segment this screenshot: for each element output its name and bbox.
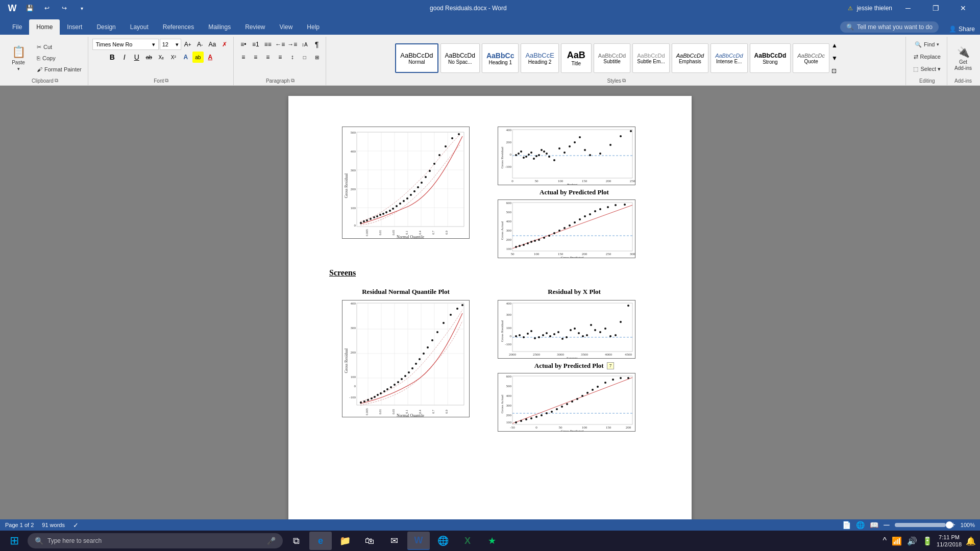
share-button[interactable]: 👤 Share xyxy=(949,26,975,33)
style-quote[interactable]: AaBbCcDc Quote xyxy=(793,43,829,73)
close-button[interactable]: ✕ xyxy=(951,0,975,16)
font-color-button[interactable]: A xyxy=(205,52,216,63)
style-heading1[interactable]: AaBbCc Heading 1 xyxy=(482,43,519,73)
grow-font-button[interactable]: A+ xyxy=(182,39,193,50)
highlight-button[interactable]: ab xyxy=(192,52,204,63)
increase-indent-button[interactable]: →≡ xyxy=(287,39,298,50)
change-case-button[interactable]: Aa xyxy=(207,39,218,50)
paste-button[interactable]: 📋 Paste ▾ xyxy=(5,42,32,74)
font-size-selector[interactable]: 12 ▾ xyxy=(160,39,181,50)
strikethrough-button[interactable]: ab xyxy=(143,52,155,63)
chrome-button[interactable]: 🌐 xyxy=(432,532,454,550)
taskbar-mic-icon[interactable]: 🎤 xyxy=(267,537,276,545)
minimize-button[interactable]: ─ xyxy=(896,0,920,16)
multilevel-button[interactable]: ≡≡ xyxy=(262,39,274,50)
styles-more[interactable]: ⊡ xyxy=(831,67,838,74)
taskbar-search-bar[interactable]: 🔍 Type here to search 🎤 xyxy=(28,533,283,548)
align-left-button[interactable]: ≡ xyxy=(238,52,249,63)
styles-scroll[interactable]: ▲ ▼ ⊡ xyxy=(831,42,838,74)
zoom-out-icon[interactable]: ─ xyxy=(884,520,889,530)
undo-button[interactable]: ↩ xyxy=(40,1,54,15)
zoom-slider[interactable] xyxy=(895,523,946,527)
word-logo-icon[interactable]: W xyxy=(5,1,19,15)
tray-network-icon[interactable]: 📶 xyxy=(891,535,903,547)
styles-scroll-up[interactable]: ▲ xyxy=(831,42,838,49)
tab-insert[interactable]: Insert xyxy=(60,19,89,35)
notification-icon[interactable]: 🔔 xyxy=(965,535,977,547)
style-title[interactable]: AaB Title xyxy=(561,43,592,73)
tray-chevron-icon[interactable]: ^ xyxy=(882,535,888,546)
copy-button[interactable]: ⎘ Copy xyxy=(34,53,85,64)
tray-battery-icon[interactable]: 🔋 xyxy=(921,535,934,547)
show-marks-button[interactable]: ¶ xyxy=(311,39,323,50)
tray-volume-icon[interactable]: 🔊 xyxy=(906,535,918,547)
tab-review[interactable]: Review xyxy=(238,19,272,35)
explorer-button[interactable]: 📁 xyxy=(334,532,356,550)
clear-formatting-button[interactable]: ✗ xyxy=(219,39,230,50)
style-normal[interactable]: AaBbCcDd Normal xyxy=(395,43,438,73)
proofing-icon[interactable]: ✓ xyxy=(73,521,79,529)
redo-button[interactable]: ↪ xyxy=(57,1,71,15)
save-button[interactable]: 💾 xyxy=(22,1,37,15)
find-dropdown[interactable]: ▾ xyxy=(937,42,939,47)
view-web-icon[interactable]: 🌐 xyxy=(856,521,865,529)
start-button[interactable]: ⊞ xyxy=(3,532,26,550)
paragraph-expand-icon[interactable]: ⧉ xyxy=(291,78,295,84)
style-heading2[interactable]: AaBbCcE Heading 2 xyxy=(521,43,558,73)
customize-qat-button[interactable]: ▾ xyxy=(75,1,89,15)
superscript-button[interactable]: X² xyxy=(168,52,179,63)
underline-button[interactable]: U xyxy=(131,52,142,63)
style-intense-emphasis[interactable]: AaBbCcDd Intense E... xyxy=(710,43,747,73)
justify-button[interactable]: ≡ xyxy=(275,52,286,63)
replace-button[interactable]: ⇄ Replace xyxy=(911,51,944,62)
shrink-font-button[interactable]: A- xyxy=(194,39,206,50)
zoom-thumb[interactable] xyxy=(946,521,953,529)
clock[interactable]: 7:11 PM 11/2/2018 xyxy=(937,534,962,548)
line-spacing-button[interactable]: ↕ xyxy=(287,52,298,63)
style-emphasis[interactable]: AaBbCcDd Emphasis xyxy=(672,43,708,73)
style-subtle-emphasis[interactable]: AaBbCcDd Subtle Em... xyxy=(632,43,669,73)
tab-design[interactable]: Design xyxy=(89,19,122,35)
excel-button[interactable]: X xyxy=(456,532,479,550)
style-subtitle[interactable]: AaBbCcDd Subtitle xyxy=(594,43,630,73)
find-button[interactable]: 🔍 Find ▾ xyxy=(912,39,942,50)
font-family-selector[interactable]: Times New Ro ▾ xyxy=(92,39,159,50)
styles-scroll-down[interactable]: ▼ xyxy=(831,55,838,62)
styles-expand-icon[interactable]: ⧉ xyxy=(622,78,626,84)
document-page[interactable]: Gross Residual 500 400 300 200 100 xyxy=(288,96,692,519)
tab-home[interactable]: Home xyxy=(29,19,60,35)
align-right-button[interactable]: ≡ xyxy=(262,52,274,63)
borders-button[interactable]: ⊞ xyxy=(311,52,323,63)
tab-view[interactable]: View xyxy=(273,19,300,35)
format-painter-button[interactable]: 🖌 Format Painter xyxy=(34,64,85,75)
green-app-button[interactable]: ★ xyxy=(481,532,503,550)
font-expand-icon[interactable]: ⧉ xyxy=(165,78,168,84)
style-strong[interactable]: AaBbCcDd Strong xyxy=(750,43,791,73)
clipboard-expand-icon[interactable]: ⧉ xyxy=(55,78,58,84)
mail-button[interactable]: ✉ xyxy=(383,532,405,550)
select-button[interactable]: ⬚ Select ▾ xyxy=(910,63,944,74)
tell-me-search[interactable]: 🔍 Tell me what you want to do xyxy=(840,21,939,33)
bullets-button[interactable]: ≡• xyxy=(238,39,249,50)
view-read-icon[interactable]: 📖 xyxy=(870,521,878,529)
edge-button[interactable]: e xyxy=(309,532,332,550)
text-effects-button[interactable]: A xyxy=(180,52,191,63)
cut-button[interactable]: ✂ Cut xyxy=(34,41,85,53)
sort-button[interactable]: ↕A xyxy=(299,39,310,50)
document-area[interactable]: Gross Residual 500 400 300 200 100 xyxy=(0,86,980,519)
subscript-button[interactable]: X₂ xyxy=(156,52,167,63)
tab-references[interactable]: References xyxy=(156,19,201,35)
restore-button[interactable]: ❐ xyxy=(924,0,947,16)
italic-button[interactable]: I xyxy=(119,52,130,63)
tab-mailings[interactable]: Mailings xyxy=(201,19,238,35)
style-no-spacing[interactable]: AaBbCcDd No Spac... xyxy=(440,43,480,73)
shading-button[interactable]: □ xyxy=(299,52,310,63)
numbering-button[interactable]: ≡1 xyxy=(250,39,261,50)
bold-button[interactable]: B xyxy=(107,52,118,63)
task-view-button[interactable]: ⧉ xyxy=(285,532,307,550)
tab-help[interactable]: Help xyxy=(300,19,327,35)
tab-layout[interactable]: Layout xyxy=(123,19,156,35)
view-print-icon[interactable]: 📄 xyxy=(842,521,851,529)
get-add-ins-button[interactable]: 🔌 GetAdd-ins xyxy=(951,42,975,75)
paste-dropdown[interactable]: ▾ xyxy=(17,66,20,71)
